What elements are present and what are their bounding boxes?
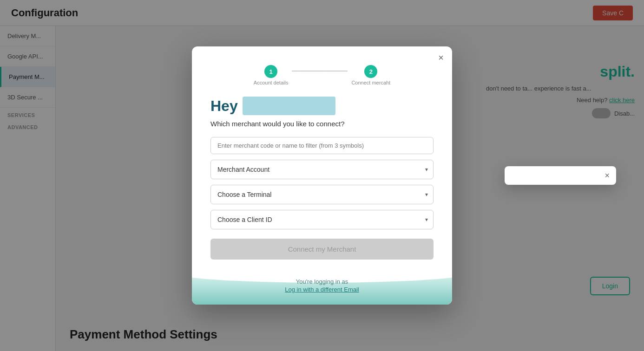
choose-client-id-select[interactable]: Choose a Client ID bbox=[210, 210, 434, 229]
modal-close-button[interactable]: × bbox=[438, 53, 444, 62]
step-1: 1 Account details bbox=[254, 65, 289, 85]
modal-subtitle: Which merchant would you like to connect… bbox=[210, 120, 434, 128]
hey-heading: Hey bbox=[210, 97, 434, 115]
choose-terminal-wrapper: Choose a Terminal ▾ bbox=[210, 185, 434, 204]
step-connector bbox=[292, 71, 348, 72]
step-2-label: Connect mercaht bbox=[351, 80, 390, 85]
stepper: 1 Account details 2 Connect mercaht bbox=[210, 60, 434, 85]
merchant-account-wrapper: Merchant Account ▾ bbox=[210, 160, 434, 179]
merchant-filter-input[interactable] bbox=[210, 137, 434, 154]
step-1-label: Account details bbox=[254, 80, 289, 85]
different-email-link[interactable]: Log in with a different Email bbox=[285, 286, 359, 293]
second-modal: × bbox=[505, 166, 616, 185]
step-1-circle: 1 bbox=[264, 65, 277, 78]
choose-client-id-wrapper: Choose a Client ID ▾ bbox=[210, 210, 434, 229]
merchant-modal: × 1 Account details 2 Connect mercaht He… bbox=[192, 46, 452, 305]
second-modal-close-button[interactable]: × bbox=[605, 171, 610, 181]
merchant-account-select[interactable]: Merchant Account bbox=[210, 160, 434, 179]
choose-terminal-select[interactable]: Choose a Terminal bbox=[210, 185, 434, 204]
connect-merchant-button[interactable]: Connect my Merchant bbox=[210, 239, 434, 260]
modal-footer: You're logging in as Log in with a diffe… bbox=[192, 269, 452, 305]
hey-label: Hey bbox=[210, 98, 238, 115]
step-2-circle: 2 bbox=[364, 65, 377, 78]
user-name-blurred bbox=[243, 97, 335, 115]
footer-logging-text: You're logging in as bbox=[210, 278, 434, 285]
modal-body: 1 Account details 2 Connect mercaht Hey … bbox=[192, 46, 452, 269]
step-2: 2 Connect mercaht bbox=[351, 65, 390, 85]
